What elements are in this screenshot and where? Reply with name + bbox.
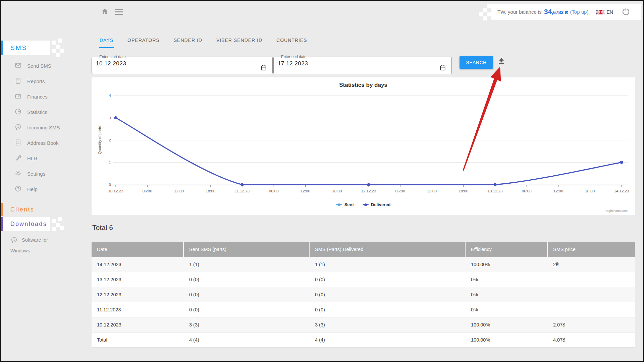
table-cell: 0% xyxy=(466,272,548,287)
end-date-label: Enter end date xyxy=(279,55,308,59)
table-cell: 4 (4) xyxy=(184,333,310,348)
table-cell: 1 (1) xyxy=(310,257,466,272)
sidebar-item-finances[interactable]: Finances xyxy=(1,89,88,104)
sidebar-item-label: Incoming SMS xyxy=(27,125,60,130)
tab-viber-sender-id[interactable]: VIBER SENDER ID xyxy=(216,36,263,48)
svg-text:06:00: 06:00 xyxy=(395,189,405,193)
pixel-decoration xyxy=(487,12,491,16)
home-icon[interactable] xyxy=(101,8,108,16)
pixel-decoration xyxy=(483,8,487,12)
pixel-decoration xyxy=(487,4,491,8)
sidebar-item-help[interactable]: Help xyxy=(1,181,88,197)
sidebar-item-label: Finances xyxy=(27,94,48,100)
sidebar-section-downloads[interactable]: Downloads xyxy=(1,217,50,231)
sidebar-item-label: HLR xyxy=(27,156,37,161)
table-cell: 0 (0) xyxy=(184,287,310,302)
calendar-icon[interactable] xyxy=(260,64,267,72)
svg-text:12:00: 12:00 xyxy=(301,189,310,193)
end-date-input[interactable] xyxy=(278,59,419,69)
pie-chart-icon xyxy=(14,108,22,116)
table-cell: 2₴ xyxy=(548,257,635,272)
tab-countries[interactable]: COUNTRIES xyxy=(276,36,308,48)
svg-text:12:00: 12:00 xyxy=(553,189,563,193)
table-row: 14.12.20231 (1)1 (1)100.00%2₴ xyxy=(92,257,635,272)
pixel-decoration xyxy=(52,49,56,53)
sidebar-item-incoming-sms[interactable]: Incoming SMS xyxy=(1,120,88,135)
table-cell: 4.07₴ xyxy=(548,333,635,348)
table-cell: 4 (4) xyxy=(310,333,466,348)
table-cell xyxy=(548,287,635,302)
sidebar-item-label: Settings xyxy=(27,171,45,177)
table-cell: 100.00% xyxy=(466,257,548,272)
sidebar-item-reports[interactable]: Reports xyxy=(1,73,88,89)
logout-power-icon[interactable] xyxy=(622,7,630,17)
svg-text:18:00: 18:00 xyxy=(206,189,215,193)
wallet-icon xyxy=(14,93,22,101)
table-row: 10.12.20233 (3)3 (3)100.00%2.07₴ xyxy=(92,317,635,333)
language-selector[interactable]: EN xyxy=(596,9,613,15)
sidebar-item-address-book[interactable]: Address Book xyxy=(1,135,88,150)
table-cell: 0 (0) xyxy=(310,287,466,302)
table-row: 12.12.20230 (0)0 (0)0% xyxy=(92,287,635,302)
legend-item-delivered[interactable]: Delivered xyxy=(363,202,391,207)
pixel-decoration xyxy=(56,53,60,57)
end-date-field: Enter end date xyxy=(273,55,452,74)
chart-credits: Highcharts.com xyxy=(605,209,628,213)
top-up-link[interactable]: (Top up) xyxy=(570,9,588,15)
pixel-decoration xyxy=(52,227,56,231)
pixel-decoration xyxy=(479,12,483,16)
sidebar-item-label: Address Book xyxy=(27,140,58,146)
table-cell: 100.00% xyxy=(466,317,548,333)
sidebar-menu: Send SMSReportsFinancesStatisticsIncomin… xyxy=(1,58,88,197)
sidebar-item-statistics[interactable]: Statistics xyxy=(1,104,88,120)
svg-text:06:00: 06:00 xyxy=(143,189,152,193)
download-bubble-icon xyxy=(10,236,18,246)
help-icon xyxy=(14,185,22,193)
sidebar-item-label: Reports xyxy=(27,78,45,84)
pixel-decoration xyxy=(52,41,56,45)
pixel-decoration xyxy=(60,226,64,230)
table-cell xyxy=(548,302,635,317)
report-icon xyxy=(14,77,22,85)
tab-sender-id[interactable]: SENDER ID xyxy=(173,36,203,48)
statistics-table: DateSent SMS (parts)SMS (Parts) Delivere… xyxy=(92,242,635,348)
sidebar-item-settings[interactable]: Settings xyxy=(1,166,88,181)
sidebar-item-hlr[interactable]: HLR xyxy=(1,150,88,166)
incoming-message-icon xyxy=(14,123,22,132)
tab-days[interactable]: DAYS xyxy=(99,36,114,48)
gear-icon xyxy=(14,170,22,178)
table-header-row: DateSent SMS (parts)SMS (Parts) Delivere… xyxy=(92,242,635,257)
menu-icon[interactable] xyxy=(115,9,123,16)
svg-text:06:00: 06:00 xyxy=(269,189,279,193)
column-header: Sent SMS (parts) xyxy=(184,242,310,257)
language-code: EN xyxy=(606,9,613,15)
column-header: Date xyxy=(92,242,184,257)
total-count-heading: Total 6 xyxy=(92,224,113,232)
table-cell: 11.12.2023 xyxy=(92,302,184,317)
legend-item-sent[interactable]: Sent xyxy=(336,202,354,207)
sidebar-section-sms[interactable]: SMS xyxy=(1,41,50,55)
sidebar-section-clients[interactable]: Clients xyxy=(1,203,50,216)
table-cell: 12.12.2023 xyxy=(92,287,184,302)
pixel-decoration xyxy=(56,45,60,49)
svg-text:13.12.23: 13.12.23 xyxy=(488,189,503,193)
pixel-decoration xyxy=(58,217,62,221)
sidebar-item-label: Help xyxy=(27,186,38,192)
svg-text:12:00: 12:00 xyxy=(174,189,184,193)
balance-amount[interactable]: 34,6783 ₴ xyxy=(544,8,568,16)
sidebar-item-send-sms[interactable]: Send SMS xyxy=(1,58,88,73)
svg-text:2: 2 xyxy=(109,138,111,142)
uk-flag-icon xyxy=(596,10,604,14)
start-date-input[interactable] xyxy=(96,59,237,69)
sidebar-item-software-for-windows[interactable]: Software for Windows xyxy=(10,236,61,255)
svg-text:0: 0 xyxy=(109,183,111,187)
table-row: Total4 (4)4 (4)100.00%4.07₴ xyxy=(92,333,635,348)
address-book-icon xyxy=(14,139,22,147)
column-header: SMS price xyxy=(548,242,635,257)
export-upload-icon[interactable] xyxy=(497,57,506,67)
wrench-icon xyxy=(14,154,22,163)
search-button[interactable]: SEARCH xyxy=(460,56,493,69)
tab-operators[interactable]: OPERATORS xyxy=(127,36,160,48)
calendar-icon[interactable] xyxy=(439,64,446,72)
table-cell: 100.00% xyxy=(466,333,548,348)
